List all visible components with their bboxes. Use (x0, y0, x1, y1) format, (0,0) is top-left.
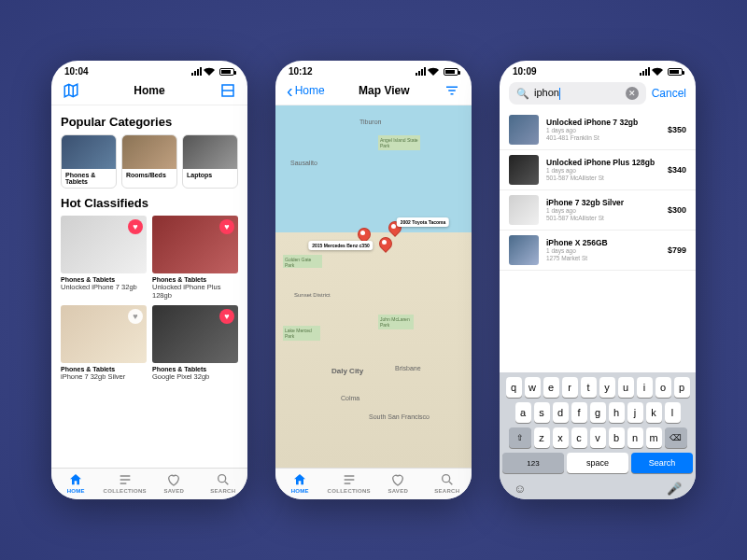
key-p[interactable]: p (674, 377, 690, 398)
listing-card[interactable]: ♥Phones & TabletsUnlocked iPhone 7 32gb (61, 216, 147, 300)
time-label: 10:12 (289, 66, 313, 77)
key-f[interactable]: f (571, 402, 587, 423)
key-x[interactable]: x (553, 427, 569, 448)
key-123[interactable]: 123 (502, 453, 564, 473)
favorite-icon[interactable]: ♥ (219, 309, 234, 324)
result-row[interactable]: Unlocked iPhone 7 32gb1 days ago401-481 … (500, 110, 696, 150)
key-v[interactable]: v (590, 427, 606, 448)
keyboard-row: qwertyuiop (502, 377, 693, 398)
key-a[interactable]: a (515, 402, 531, 423)
wifi-icon (204, 67, 215, 76)
listing-card[interactable]: ♥Phones & TabletsiPhone 7 32gb Silver (61, 305, 147, 381)
map-pin[interactable] (379, 237, 392, 250)
map-view[interactable]: Tiburon Sausalito Angel Island State Par… (275, 105, 472, 468)
heart-icon (166, 472, 181, 487)
clear-icon[interactable]: ✕ (626, 87, 639, 100)
phone-map: 10:12 Home Map View Tiburon Sausalito An… (275, 61, 472, 499)
category-card[interactable]: Phones & Tablets (61, 134, 117, 189)
key-n[interactable]: n (627, 427, 643, 448)
time-label: 10:04 (64, 66, 89, 77)
map-label: Sunset District (294, 292, 331, 298)
map-callout[interactable]: 2015 Mercedes Benz c350 (308, 241, 373, 250)
key-search[interactable]: Search (631, 453, 693, 473)
key-d[interactable]: d (553, 402, 569, 423)
scan-icon[interactable] (219, 82, 236, 99)
listing-image: ♥ (152, 305, 238, 363)
tab-collections[interactable]: COLLECTIONS (101, 472, 150, 494)
key-z[interactable]: z (534, 427, 550, 448)
key-j[interactable]: j (627, 402, 643, 423)
key-y[interactable]: y (599, 377, 615, 398)
key-w[interactable]: w (525, 377, 541, 398)
key-k[interactable]: k (646, 402, 662, 423)
key-o[interactable]: o (655, 377, 671, 398)
key-backspace[interactable]: ⌫ (665, 427, 687, 448)
key-g[interactable]: g (590, 402, 606, 423)
key-space[interactable]: space (567, 453, 628, 473)
tab-collections[interactable]: COLLECTIONS (325, 472, 374, 494)
tab-saved[interactable]: SAVED (374, 472, 423, 494)
filter-icon[interactable] (444, 82, 460, 99)
favorite-icon[interactable]: ♥ (128, 219, 143, 234)
phone-search: 10:09 🔍 iphon ✕ Cancel Unlocked iPhone 7… (500, 61, 696, 499)
search-input[interactable]: 🔍 iphon ✕ (509, 82, 646, 105)
tab-saved[interactable]: SAVED (149, 472, 199, 494)
status-bar: 10:04 (51, 61, 247, 78)
categories-heading: Popular Categories (61, 115, 238, 129)
phone-home: 10:04 Home Popular Categories Phones & T… (51, 61, 247, 499)
key-r[interactable]: r (562, 377, 578, 398)
tab-home[interactable]: HOME (275, 472, 325, 494)
category-card[interactable]: Rooms/Beds (121, 134, 177, 189)
key-shift[interactable]: ⇧ (509, 427, 531, 448)
listing-image: ♥ (152, 216, 238, 273)
nav-bar: Home Map View (275, 78, 472, 105)
result-row[interactable]: iPhone X 256GB1 days ago1275 Market St$7… (500, 231, 696, 271)
search-icon: 🔍 (516, 88, 529, 100)
key-u[interactable]: u (618, 377, 634, 398)
key-l[interactable]: l (665, 402, 681, 423)
category-card[interactable]: Laptops (182, 134, 238, 189)
wifi-icon (428, 67, 439, 76)
battery-icon (668, 68, 683, 76)
time-label: 10:09 (513, 66, 537, 77)
tab-home[interactable]: HOME (51, 472, 101, 494)
key-i[interactable]: i (637, 377, 653, 398)
key-h[interactable]: h (609, 402, 625, 423)
key-t[interactable]: t (581, 377, 597, 398)
key-m[interactable]: m (646, 427, 662, 448)
home-scroll[interactable]: Popular Categories Phones & Tablets Room… (51, 105, 247, 468)
result-thumb (509, 115, 539, 145)
key-b[interactable]: b (609, 427, 625, 448)
listing-card[interactable]: ♥Phones & TabletsGoogle Pixel 32gb (152, 305, 238, 381)
result-row[interactable]: iPhone 7 32gb Silver1 days ago501-587 Mc… (500, 190, 696, 231)
favorite-icon[interactable]: ♥ (128, 309, 143, 324)
keyboard-row: ⇧ zxcvbnm ⌫ (502, 427, 693, 448)
key-c[interactable]: c (571, 427, 587, 448)
nav-bar: Home (51, 78, 247, 105)
mic-icon[interactable]: 🎤 (667, 482, 682, 496)
search-results[interactable]: Unlocked iPhone 7 32gb1 days ago401-481 … (500, 110, 696, 372)
map-icon[interactable] (63, 82, 79, 99)
search-bar: 🔍 iphon ✕ Cancel (500, 78, 696, 110)
key-e[interactable]: e (543, 377, 559, 398)
result-row[interactable]: Unlocked iPhone Plus 128gb1 days ago501-… (500, 150, 696, 190)
categories-row: Phones & Tablets Rooms/Beds Laptops (61, 134, 238, 189)
page-title: Home (134, 84, 164, 97)
result-thumb (509, 235, 539, 265)
key-s[interactable]: s (534, 402, 550, 423)
back-button[interactable]: Home (287, 84, 325, 97)
emoji-icon[interactable]: ☺ (514, 482, 526, 496)
result-thumb (509, 155, 539, 185)
favorite-icon[interactable]: ♥ (219, 219, 234, 234)
map-pin[interactable] (358, 228, 371, 241)
tab-search[interactable]: SEARCH (199, 472, 248, 494)
keyboard-row: 123 space Search (502, 453, 693, 473)
listing-image: ♥ (61, 216, 147, 273)
tab-search[interactable]: SEARCH (423, 472, 472, 494)
key-q[interactable]: q (506, 377, 522, 398)
listing-card[interactable]: ♥Phones & TabletsUnlocked iPhone Plus 12… (152, 216, 238, 300)
cancel-button[interactable]: Cancel (652, 87, 686, 100)
category-image (122, 135, 176, 169)
map-callout[interactable]: 2002 Toyota Tacoma (397, 217, 449, 227)
keyboard-row: asdfghjkl (502, 402, 693, 423)
